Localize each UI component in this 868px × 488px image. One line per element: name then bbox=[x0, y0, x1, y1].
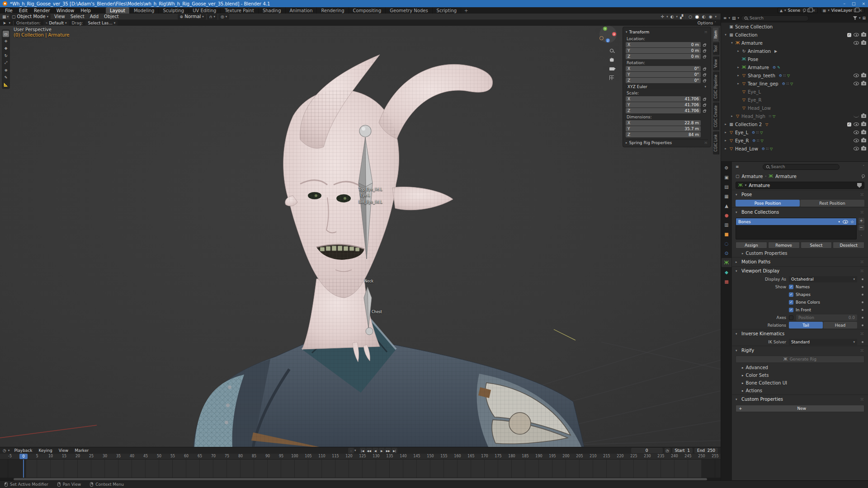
transform-field[interactable]: Z0 m bbox=[626, 54, 701, 59]
lock-icon[interactable] bbox=[703, 56, 706, 58]
workspace-tab-compositing[interactable]: Compositing bbox=[349, 7, 386, 14]
camera-visibility-icon[interactable] bbox=[861, 82, 866, 85]
scene-selector[interactable]: ▲ ▾ Scene × bbox=[778, 8, 818, 13]
expand-icon[interactable]: ▸ bbox=[736, 82, 741, 85]
outliner-row-armature[interactable]: ▾ЖArmature bbox=[721, 39, 868, 47]
npanel-tab-tool[interactable]: Tool bbox=[713, 42, 719, 55]
rigify-sub-actions[interactable]: ▸Actions bbox=[732, 387, 868, 394]
workspace-tab-modeling[interactable]: Modeling bbox=[130, 7, 159, 14]
transform-field[interactable]: Y0° bbox=[626, 72, 701, 77]
end-frame-field[interactable]: End 250 bbox=[694, 448, 718, 453]
rigify-header[interactable]: ▾Rigify⁙ bbox=[732, 346, 868, 355]
add-workspace-button[interactable]: + bbox=[461, 8, 471, 13]
outliner-row-pose[interactable]: ЖPose bbox=[721, 55, 868, 63]
camera-visibility-icon[interactable] bbox=[861, 74, 866, 77]
tool-transform[interactable]: ⊕ bbox=[3, 67, 9, 73]
expand-icon[interactable]: ▾ bbox=[729, 41, 735, 45]
outliner-row-head-high[interactable]: ▸▽Head_high∷▽ bbox=[721, 112, 868, 120]
shading-rendered-icon[interactable]: ◉ bbox=[708, 14, 713, 19]
bc-custom-properties-subpanel[interactable]: ▸ Custom Properties bbox=[732, 249, 868, 257]
pan-hand-icon[interactable] bbox=[609, 56, 615, 63]
add-collection-button[interactable]: + bbox=[859, 218, 864, 224]
menu-window[interactable]: Window bbox=[53, 8, 77, 13]
close-button[interactable]: × bbox=[862, 1, 865, 6]
viewport-menu-add[interactable]: Add bbox=[87, 14, 101, 19]
properties-tab-object[interactable]: ■ bbox=[722, 230, 731, 239]
editor-type-icon[interactable]: ◷ bbox=[3, 448, 6, 453]
properties-tab-view-layer[interactable]: ▦ bbox=[722, 192, 731, 201]
viewport-menu-select[interactable]: Select bbox=[68, 14, 87, 19]
properties-tab-collection[interactable]: ▥ bbox=[722, 220, 731, 229]
properties-tab-physics[interactable]: ◌ bbox=[722, 239, 731, 248]
axes-position-slider[interactable]: Position 0.0 bbox=[796, 314, 857, 321]
chevron-down-icon[interactable]: ▾ bbox=[354, 449, 356, 452]
tool-annotate[interactable]: ✎ bbox=[3, 74, 9, 80]
menu-render[interactable]: Render bbox=[31, 8, 53, 13]
properties-tab-render[interactable]: ▣ bbox=[722, 173, 731, 182]
remove-button[interactable]: Remove bbox=[768, 242, 800, 249]
new-scene-icon[interactable] bbox=[807, 9, 811, 12]
editor-type-icon[interactable]: ▦ bbox=[2, 14, 6, 19]
new-view-layer-icon[interactable] bbox=[854, 9, 857, 12]
relations-tail-button[interactable]: Tail bbox=[789, 322, 823, 328]
checkbox-shapes[interactable]: ✓ bbox=[789, 292, 793, 297]
animate-dot[interactable] bbox=[862, 278, 863, 280]
ik-solver-dropdown[interactable]: Standard ▾ bbox=[789, 339, 857, 345]
transform-field[interactable]: Z41.706 bbox=[626, 108, 701, 113]
checkbox-names[interactable]: ✓ bbox=[789, 285, 793, 289]
camera-visibility-icon[interactable] bbox=[861, 122, 866, 126]
outliner-row-head-low[interactable]: ▸▽Head_Low⚙∷▽ bbox=[721, 145, 868, 153]
editor-type-icon[interactable]: ≡ bbox=[723, 16, 727, 20]
snap-toggle[interactable]: ∩ ▾ bbox=[207, 14, 217, 19]
camera-visibility-icon[interactable] bbox=[861, 147, 866, 150]
remove-collection-button[interactable]: − bbox=[859, 225, 864, 230]
properties-tab-world[interactable]: ● bbox=[722, 211, 731, 220]
minimize-button[interactable]: – bbox=[843, 1, 845, 6]
timeline-menu-view[interactable]: View bbox=[56, 448, 71, 453]
lock-icon[interactable] bbox=[703, 50, 706, 52]
transform-field[interactable]: Y35.7 m bbox=[626, 126, 701, 131]
playhead[interactable] bbox=[23, 460, 24, 478]
npanel-tab-item[interactable]: Item bbox=[713, 28, 719, 41]
ortho-toggle-icon[interactable] bbox=[609, 75, 615, 81]
tool-cursor[interactable]: ✛ bbox=[3, 38, 9, 44]
rigify-sub-advanced[interactable]: ▸Advanced bbox=[732, 364, 868, 371]
timeline-menu-keying[interactable]: Keying bbox=[36, 448, 55, 453]
outliner-row-eye-l[interactable]: ▸▽Eye_L⚙∷▽ bbox=[721, 128, 868, 136]
tool-measure[interactable]: 📐 bbox=[3, 81, 9, 88]
axis-x-handle[interactable]: X bbox=[612, 32, 616, 36]
eye-icon[interactable] bbox=[854, 131, 859, 134]
eye-icon[interactable] bbox=[854, 139, 859, 142]
new-property-button[interactable]: + New bbox=[736, 405, 864, 412]
shading-wireframe-icon[interactable]: ○ bbox=[688, 14, 693, 19]
orientation-default-dropdown[interactable]: ⌁ Default ▾ bbox=[43, 20, 69, 26]
expand-icon[interactable]: ▾ bbox=[723, 33, 728, 37]
outliner-row-sharp-teeth[interactable]: ▸▽Sharp_teeth⚙∷▽ bbox=[721, 71, 868, 80]
eye-closed-icon[interactable] bbox=[854, 115, 859, 117]
show-gizmo-icon[interactable]: ✛ bbox=[661, 14, 665, 19]
camera-visibility-icon[interactable] bbox=[861, 33, 866, 37]
outliner-row-scene-collection[interactable]: ▣Scene Collection bbox=[721, 23, 868, 31]
camera-visibility-icon[interactable] bbox=[861, 41, 866, 45]
outliner-row-eye-l[interactable]: ▽Eye_L bbox=[721, 88, 868, 96]
animate-dot[interactable] bbox=[862, 317, 863, 319]
viewport-3d-canvas[interactable]: User Perspective (0) Collection | Armatu… bbox=[0, 26, 721, 447]
timeline-menu-marker[interactable]: Marker bbox=[72, 448, 91, 453]
breadcrumb-object[interactable]: Armature bbox=[742, 174, 763, 179]
solo-star-icon[interactable]: ☆ bbox=[850, 220, 854, 224]
transform-field[interactable]: X41.706 bbox=[626, 96, 701, 102]
xray-icon[interactable]: ▞ bbox=[680, 14, 683, 19]
axis-x-neg-handle[interactable] bbox=[599, 36, 604, 40]
expand-icon[interactable]: ▸ bbox=[723, 147, 728, 150]
display-as-dropdown[interactable]: Octahedral ▾ bbox=[789, 276, 857, 282]
select-button[interactable]: Select bbox=[801, 242, 832, 249]
tool-rotate[interactable]: ↻ bbox=[3, 52, 9, 59]
panel-options-icon[interactable]: ⁙ bbox=[704, 30, 708, 34]
view-layer-selector[interactable]: ▦ ▾ ViewLayer × bbox=[821, 8, 864, 13]
workspace-tab-layout[interactable]: Layout bbox=[106, 7, 130, 14]
viewport-menu-view[interactable]: View bbox=[52, 14, 68, 19]
chevron-down-icon[interactable]: ▾ bbox=[859, 16, 861, 20]
editor-type-caret[interactable]: ▾ bbox=[7, 15, 9, 19]
axis-z-handle[interactable]: Z bbox=[606, 38, 610, 42]
timeline-ruler[interactable]: -551015202530354045505560657075808590951… bbox=[0, 454, 721, 460]
